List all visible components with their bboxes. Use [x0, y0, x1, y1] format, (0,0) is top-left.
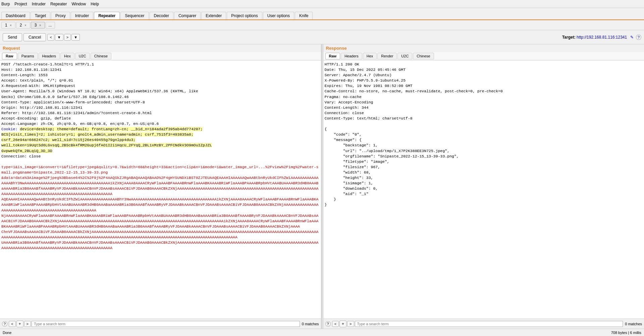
next-request-button[interactable]: > — [64, 34, 71, 41]
target-info: Target: http://192.168.81.116:12341 ✎ ? — [562, 35, 641, 40]
request-header: Request — [0, 44, 321, 52]
tab-sequencer[interactable]: Sequencer — [120, 12, 149, 19]
request-search-prev-button[interactable]: < — [9, 321, 15, 327]
tab-proxy[interactable]: Proxy — [51, 12, 70, 19]
tab-knife[interactable]: Knife — [295, 12, 313, 19]
edit-target-icon[interactable]: ✎ — [630, 35, 634, 40]
response-tab-render[interactable]: Render — [377, 53, 397, 59]
request-tab-chinese[interactable]: Chinese — [91, 53, 111, 59]
request-tab-hex[interactable]: Hex — [60, 53, 74, 59]
response-tab-raw[interactable]: Raw — [325, 53, 340, 59]
request-tab-params[interactable]: Params — [18, 53, 38, 59]
response-search-help-button[interactable]: ? — [325, 321, 331, 327]
status-info: 708 bytes | 6 millis — [611, 331, 641, 335]
response-search-next-button[interactable]: > — [347, 321, 354, 327]
tab-intruder[interactable]: Intruder — [71, 12, 93, 19]
menu-help[interactable]: Help — [91, 2, 99, 6]
repeater-tab-bar: 1 × 2 × 3 × ... — [0, 20, 644, 30]
close-tab-3[interactable]: × — [39, 23, 41, 27]
request-sub-tabs: Raw Params Headers Hex U2C Chinese — [0, 52, 321, 60]
tab-comparer[interactable]: Comparer — [174, 12, 201, 19]
prev-request-button[interactable]: < — [47, 34, 54, 41]
prev-dropdown-button[interactable]: ▼ — [55, 34, 63, 41]
response-search-add-button[interactable]: + — [339, 321, 346, 327]
menu-window[interactable]: Window — [71, 2, 86, 6]
request-search-input[interactable] — [32, 321, 300, 327]
close-tab-1[interactable]: × — [10, 23, 12, 27]
tab-dashboard[interactable]: Dashboard — [1, 12, 30, 19]
request-search-add-button[interactable]: + — [16, 321, 23, 327]
response-matches: 0 matches — [625, 322, 642, 326]
request-search-bar: ? < + > 0 matches — [0, 319, 321, 329]
menubar: Burp Project Intruder Repeater Window He… — [0, 0, 644, 8]
response-tab-headers[interactable]: Headers — [341, 53, 362, 59]
response-pane: Response Raw Headers Hex Render U2C Chin… — [323, 44, 644, 329]
response-sub-tabs: Raw Headers Hex Render U2C Chinese — [323, 52, 644, 60]
target-help-icon[interactable]: ? — [636, 35, 641, 40]
status-text: Done — [3, 331, 11, 335]
menu-burp[interactable]: Burp — [1, 2, 10, 6]
send-button[interactable]: Send — [3, 33, 22, 41]
toolbar: Send Cancel < ▼ > ▼ Target: http://192.1… — [0, 30, 644, 44]
repeater-tab-1[interactable]: 1 × — [1, 22, 15, 29]
menu-repeater[interactable]: Repeater — [50, 2, 67, 6]
response-header: Response — [323, 44, 644, 52]
response-tab-chinese[interactable]: Chinese — [413, 53, 434, 59]
request-text: POST /?attach-create-1.html?t=1 HTTP/1.1… — [1, 62, 320, 251]
close-tab-2[interactable]: × — [24, 23, 26, 27]
tab-target[interactable]: Target — [31, 12, 50, 19]
request-pane: Request Raw Params Headers Hex U2C Chine… — [0, 44, 321, 329]
request-tab-headers[interactable]: Headers — [39, 53, 60, 59]
tab-repeater[interactable]: Repeater — [94, 12, 120, 19]
request-tab-raw[interactable]: Raw — [2, 53, 17, 59]
main-content: Request Raw Params Headers Hex U2C Chine… — [0, 44, 644, 329]
request-search-help-button[interactable]: ? — [2, 321, 7, 327]
tab-user-options[interactable]: User options — [263, 12, 294, 19]
repeater-tab-3[interactable]: 3 × — [31, 22, 45, 29]
request-tab-u2c[interactable]: U2C — [75, 53, 90, 59]
target-prefix: Target: — [562, 35, 577, 40]
repeater-tab-2[interactable]: 2 × — [16, 22, 30, 29]
main-nav-tabs: Dashboard Target Proxy Intruder Repeater… — [0, 8, 644, 20]
response-tab-u2c[interactable]: U2C — [397, 53, 412, 59]
response-content: HTTP/1.1 200 OK Date: Thu, 15 Dec 2022 0… — [323, 60, 644, 319]
statusbar: Done 708 bytes | 6 millis — [0, 329, 644, 336]
response-search-prev-button[interactable]: < — [332, 321, 339, 327]
request-matches: 0 matches — [302, 322, 319, 326]
menu-project[interactable]: Project — [14, 2, 27, 6]
request-search-next-button[interactable]: > — [24, 321, 31, 327]
repeater-tab-more[interactable]: ... — [46, 22, 55, 29]
request-content: POST /?attach-create-1.html?t=1 HTTP/1.1… — [0, 60, 321, 319]
response-search-input[interactable] — [355, 321, 623, 327]
response-tab-hex[interactable]: Hex — [363, 53, 377, 59]
tab-project-options[interactable]: Project options — [227, 12, 262, 19]
response-text: HTTP/1.1 200 OK Date: Thu, 15 Dec 2022 0… — [325, 62, 643, 208]
target-url: http://192.168.81.116:12341 — [577, 35, 627, 40]
menu-intruder[interactable]: Intruder — [32, 2, 46, 6]
response-search-bar: ? < + > 0 matches — [323, 319, 644, 329]
tab-extender[interactable]: Extender — [201, 12, 226, 19]
cancel-button[interactable]: Cancel — [23, 33, 46, 41]
tab-decoder[interactable]: Decoder — [150, 12, 173, 19]
next-dropdown-button[interactable]: ▼ — [71, 34, 80, 41]
